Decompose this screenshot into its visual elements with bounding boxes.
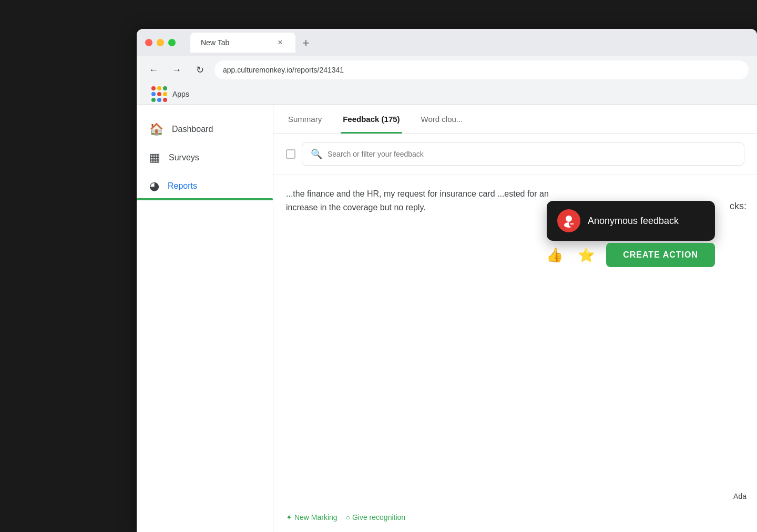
sidebar-label-dashboard: Dashboard	[172, 125, 213, 134]
search-input[interactable]	[328, 150, 735, 158]
reload-button[interactable]: ↻	[191, 62, 208, 78]
search-bar-row: 🔍	[273, 134, 757, 175]
browser-window: New Tab × + ← → ↻ app.culturemonkey.io/r…	[137, 29, 757, 532]
sidebar-item-reports[interactable]: ◕ Reports	[137, 172, 273, 200]
feedback-text: ...the finance and the HR, my request fo…	[286, 187, 549, 214]
select-all-checkbox[interactable]	[286, 149, 295, 159]
anonymous-tooltip: Anonymous feedback	[547, 201, 715, 241]
surveys-icon: ▦	[149, 151, 160, 165]
create-action-button[interactable]: CREATE ACTION	[606, 243, 715, 267]
like-button[interactable]: 👍	[543, 243, 566, 267]
title-bar: New Tab × +	[137, 29, 757, 56]
nav-bar: ← → ↻ app.culturemonkey.io/reports/24134…	[137, 56, 757, 84]
content-tabs: Summary Feedback (175) Word clou...	[273, 105, 757, 134]
sidebar-label-surveys: Surveys	[169, 153, 199, 162]
page-content: 🏠 Dashboard ▦ Surveys ◕ Reports Summary	[137, 105, 757, 532]
maximize-button[interactable]	[168, 39, 176, 46]
minimize-button[interactable]	[157, 39, 164, 46]
close-button[interactable]	[145, 39, 152, 46]
overflow-bottom-text: Ada	[733, 492, 746, 500]
new-tab-button[interactable]: +	[296, 34, 315, 53]
traffic-lights	[145, 39, 176, 46]
thumbs-up-icon: 👍	[546, 247, 563, 263]
tab-close-icon[interactable]: ×	[275, 38, 285, 47]
sidebar: 🏠 Dashboard ▦ Surveys ◕ Reports	[137, 105, 273, 532]
sidebar-item-surveys[interactable]: ▦ Surveys	[137, 144, 273, 172]
new-marking-link[interactable]: ✦ New Marking	[286, 513, 337, 521]
give-recognition-link[interactable]: ○ Give recognition	[346, 513, 406, 521]
address-bar[interactable]: app.culturemonkey.io/reports/241341	[214, 60, 749, 79]
feedback-area: ...the finance and the HR, my request fo…	[273, 175, 757, 532]
overflow-right-text: cks:	[730, 201, 746, 212]
tab-summary[interactable]: Summary	[286, 105, 324, 134]
tab-title: New Tab	[201, 38, 270, 47]
back-button[interactable]: ←	[145, 62, 162, 78]
footer-actions: ✦ New Marking ○ Give recognition	[286, 513, 405, 521]
tab-bar: New Tab × +	[190, 33, 315, 53]
svg-point-0	[566, 216, 572, 222]
tab-wordcloud[interactable]: Word clou...	[419, 105, 465, 134]
active-indicator	[137, 198, 273, 200]
url-text: app.culturemonkey.io/reports/241341	[223, 66, 344, 74]
sidebar-label-reports: Reports	[168, 181, 197, 191]
search-icon: 🔍	[311, 148, 322, 160]
active-tab[interactable]: New Tab ×	[190, 33, 295, 53]
tab-feedback[interactable]: Feedback (175)	[341, 105, 402, 134]
action-row: 👍 ⭐ CREATE ACTION	[543, 243, 715, 267]
search-input-wrap[interactable]: 🔍	[302, 142, 744, 166]
apps-label: Apps	[172, 90, 189, 98]
home-icon: 🏠	[149, 122, 163, 136]
star-icon: ⭐	[578, 247, 595, 263]
bookmarks-bar: Apps	[137, 84, 757, 105]
apps-button[interactable]: Apps	[145, 83, 195, 105]
sidebar-item-dashboard[interactable]: 🏠 Dashboard	[137, 115, 273, 144]
forward-button[interactable]: →	[168, 62, 185, 78]
anonymous-avatar	[557, 209, 580, 232]
apps-grid-icon	[150, 85, 168, 103]
main-content: Summary Feedback (175) Word clou... 🔍	[273, 105, 757, 532]
anonymous-label: Anonymous feedback	[588, 216, 679, 227]
star-button[interactable]: ⭐	[575, 243, 598, 267]
reports-icon: ◕	[149, 179, 159, 193]
